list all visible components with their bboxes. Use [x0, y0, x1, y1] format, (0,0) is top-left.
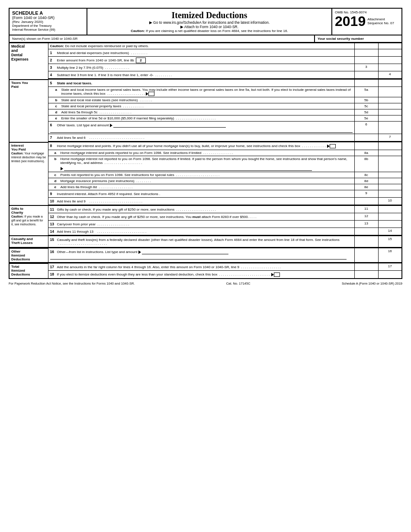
- line14-total[interactable]: 14: [378, 228, 402, 235]
- line11-total[interactable]: [378, 205, 402, 213]
- gifts-header-row: Gifts toCharity Caution: If you made a g…: [9, 205, 402, 213]
- line13-row: 13 Carryover from prior year . . . . . .…: [9, 220, 402, 228]
- line5e-amount[interactable]: 5e: [354, 115, 378, 122]
- line4-total[interactable]: 4: [378, 71, 402, 79]
- line18-checkbox[interactable]: [274, 272, 280, 277]
- line1-row: 1 Medical and dental expenses (see instr…: [9, 49, 402, 57]
- line10-num-label: 10: [388, 199, 392, 202]
- line6-amount[interactable]: 6: [354, 122, 378, 134]
- line5a-total[interactable]: [378, 87, 402, 97]
- line8d-amount[interactable]: 8d: [354, 178, 378, 184]
- line7-total[interactable]: 7: [378, 134, 402, 142]
- line13-total[interactable]: [378, 220, 402, 228]
- line15-num-label: 15: [388, 237, 392, 241]
- line17-cell: 17 Add the amounts in the far right colu…: [48, 263, 354, 271]
- line3-amount[interactable]: 3: [354, 64, 378, 71]
- line5-header-cell: 5 State and local taxes.: [48, 80, 354, 87]
- rev-date: (Rev. January 2020): [12, 20, 84, 24]
- gifts-caution-text: Caution: If you made a gift and got a be…: [11, 215, 43, 226]
- line8d-text: Mortgage insurance premiums (see instruc…: [61, 179, 151, 183]
- line12-amount[interactable]: 12: [354, 213, 378, 220]
- line10-row: 10 Add lines 8e and 9 . . . . . . . . . …: [9, 197, 402, 205]
- taxes-label-text: Taxes YouPaid: [11, 81, 28, 89]
- line5d-total[interactable]: [378, 109, 402, 115]
- line17-total[interactable]: 17: [378, 263, 402, 271]
- line5b-row: b State and local real estate taxes (see…: [9, 97, 402, 103]
- line8-num: 8: [50, 144, 57, 148]
- line1-cell: 1 Medical and dental expenses (see instr…: [48, 49, 354, 57]
- line5c-total[interactable]: [378, 103, 402, 109]
- line5d-letter: d: [55, 110, 61, 114]
- line13-text: Carryover from prior year . . . . . . . …: [57, 222, 353, 226]
- line2-amount[interactable]: [354, 57, 378, 64]
- line5a-amount[interactable]: 5a: [354, 87, 378, 97]
- line8a-total[interactable]: [378, 150, 402, 156]
- line4-amount[interactable]: [354, 71, 378, 79]
- line10-total[interactable]: 10: [378, 197, 402, 205]
- blank-amount-1[interactable]: [354, 43, 378, 49]
- line4-num-label: 4: [389, 72, 391, 76]
- blank-total-1[interactable]: [378, 43, 402, 49]
- line15-total[interactable]: 15: [378, 236, 402, 247]
- line2-total[interactable]: [378, 57, 402, 64]
- line3-total[interactable]: [378, 64, 402, 71]
- line17-amount[interactable]: [354, 263, 378, 271]
- casualty-row: Casualty andTheft Losses 15 Casualty and…: [9, 236, 402, 247]
- line10-amount[interactable]: [354, 197, 378, 205]
- line8e-total[interactable]: [378, 184, 402, 190]
- line5d-amount[interactable]: 5d: [354, 109, 378, 115]
- line9-amount[interactable]: 9: [354, 190, 378, 197]
- line8-total[interactable]: [378, 142, 402, 150]
- line16-amount[interactable]: [354, 248, 378, 263]
- line5a-checkbox[interactable]: [148, 92, 154, 96]
- line8d-total[interactable]: [378, 178, 402, 184]
- caution-medical-bold: Caution:: [50, 44, 64, 48]
- line8a-amount[interactable]: 8a: [354, 150, 378, 156]
- line14-amount[interactable]: [354, 228, 378, 235]
- line5d-row: d Add lines 5a through 5c . . . . . . . …: [9, 109, 402, 115]
- line9-total[interactable]: [378, 190, 402, 197]
- casualty-label-text: Casualty andTheft Losses: [11, 237, 33, 245]
- line12-total[interactable]: [378, 213, 402, 220]
- line5c-amount[interactable]: 5c: [354, 103, 378, 109]
- line2-text: Enter amount from Form 1040 or 1040-SR, …: [57, 58, 353, 62]
- line16-total[interactable]: 16: [378, 248, 402, 263]
- interest-label: InterestYou Paid Caution: Your mortgage …: [9, 142, 48, 206]
- line5-total-blank[interactable]: [378, 80, 402, 87]
- line1-total[interactable]: [378, 49, 402, 57]
- line8b-amount[interactable]: 8b: [354, 156, 378, 172]
- line5e-total[interactable]: [378, 115, 402, 122]
- line5b-cell: b State and local real estate taxes (see…: [48, 97, 354, 103]
- form-table: MedicalandDentalExpenses Caution: Do not…: [9, 43, 402, 279]
- medical-caution-cell: Caution: Do not include expenses reimbur…: [48, 43, 354, 49]
- line8c-row: c Points not reported to you on Form 109…: [9, 172, 402, 178]
- footer-right: Schedule A (Form 1040 or 1040-SR) 2019: [342, 282, 402, 285]
- line8-checkbox[interactable]: [330, 144, 336, 148]
- line18-total[interactable]: [378, 271, 402, 279]
- line5b-total[interactable]: [378, 97, 402, 103]
- line15-amount[interactable]: [354, 236, 378, 247]
- gifts-label-text: Gifts toCharity: [11, 207, 23, 215]
- line13-amount[interactable]: 13: [354, 220, 378, 228]
- interest-label-text: InterestYou Paid: [11, 144, 26, 151]
- line5-amount-blank[interactable]: [354, 80, 378, 87]
- line3-num-label: 3: [365, 65, 367, 69]
- line6-total[interactable]: [378, 122, 402, 134]
- year-display: 2019: [335, 14, 366, 28]
- header-caution: Caution: If you are claiming a net quali…: [92, 29, 327, 33]
- line7-amount[interactable]: [354, 134, 378, 142]
- line17-row: TotalItemizedDeductions 17 Add the amoun…: [9, 263, 402, 271]
- line16-text: Other—from list in instructions. List ty…: [57, 250, 353, 254]
- line11-num-label: 11: [364, 207, 368, 211]
- line13-num: 13: [50, 222, 57, 226]
- line5b-amount[interactable]: 5b: [354, 97, 378, 103]
- line8b-total[interactable]: [378, 156, 402, 172]
- line8c-amount[interactable]: 8c: [354, 172, 378, 178]
- line8e-amount[interactable]: 8e: [354, 184, 378, 190]
- line11-amount[interactable]: 11: [354, 205, 378, 213]
- line8-amount[interactable]: [354, 142, 378, 150]
- line8c-total[interactable]: [378, 172, 402, 178]
- line18-amount[interactable]: [354, 271, 378, 279]
- line1-num: 1: [50, 51, 57, 55]
- line1-amount[interactable]: [354, 49, 378, 57]
